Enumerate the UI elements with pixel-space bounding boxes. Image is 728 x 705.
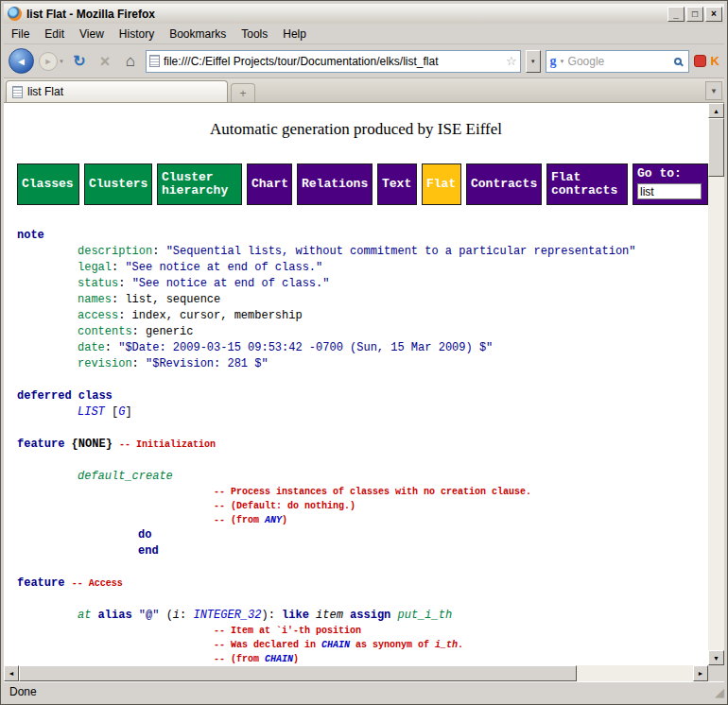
code-line: feature {NONE} -- Initialization	[17, 437, 708, 453]
horizontal-scrollbar-track[interactable]	[19, 665, 693, 681]
code-line: feature -- Access	[17, 576, 708, 592]
firefox-window: list Flat - Mozilla Firefox _ □ × FileEd…	[0, 0, 728, 705]
vertical-scrollbar-track[interactable]	[708, 118, 724, 650]
goto-input[interactable]	[637, 183, 702, 199]
tab-favicon	[12, 86, 23, 98]
search-engine-dropdown-icon[interactable]: ▼	[560, 59, 565, 64]
code-line: legal: "See notice at end of class."	[17, 260, 708, 276]
goto-label: Go to:	[637, 166, 703, 181]
addon-icon-red[interactable]	[694, 55, 706, 67]
vertical-scrollbar-thumb[interactable]	[708, 118, 724, 177]
doc-button-cluster-hierarchy[interactable]: Cluster hierarchy	[157, 163, 242, 205]
home-button[interactable]: ⌂	[120, 51, 141, 72]
code-line: deferred class	[17, 388, 708, 404]
code-line: -- (from CHAIN)	[17, 652, 708, 665]
history-dropdown-icon[interactable]: ▼	[58, 59, 64, 64]
doc-nav-buttons: ClassesClustersCluster hierarchyChartRel…	[17, 163, 708, 205]
tab-bar: list Flat + ▼	[4, 78, 724, 103]
close-button[interactable]: ×	[705, 7, 722, 22]
code-line: LIST [G]	[17, 404, 708, 421]
forward-button[interactable]: ►	[39, 52, 58, 71]
back-button[interactable]: ◄	[9, 48, 34, 74]
scroll-up-button[interactable]: ▲	[708, 103, 724, 118]
doc-button-flat-contracts[interactable]: Flat contracts	[546, 163, 628, 205]
menubar: FileEditViewHistoryBookmarksToolsHelp	[4, 24, 724, 44]
status-text: Done	[9, 685, 37, 698]
doc-button-chart[interactable]: Chart	[247, 163, 292, 205]
code-line: date: "$Date: 2009-03-15 09:53:42 -0700 …	[17, 340, 708, 356]
page-content: Automatic generation produced by ISE Eif…	[4, 103, 708, 665]
search-box[interactable]: g ▼ Google	[546, 50, 689, 73]
firefox-logo-icon	[8, 7, 22, 21]
bookmark-star-icon[interactable]: ☆	[506, 54, 517, 68]
menu-tools[interactable]: Tools	[234, 24, 275, 44]
code-line: access: index, cursor, membership	[17, 308, 708, 324]
page-heading: Automatic generation produced by ISE Eif…	[17, 120, 695, 139]
eiffel-source: notedescription: "Sequential lists, with…	[17, 228, 708, 665]
code-line	[17, 559, 708, 576]
menu-help[interactable]: Help	[275, 24, 314, 44]
menu-bookmarks[interactable]: Bookmarks	[162, 24, 234, 44]
doc-button-flat[interactable]: Flat	[422, 163, 461, 205]
doc-button-contracts[interactable]: Contracts	[466, 163, 542, 205]
doc-button-text[interactable]: Text	[377, 163, 417, 205]
forward-group: ► ▼	[39, 52, 64, 71]
menu-file[interactable]: File	[4, 24, 37, 44]
addon-icon-k[interactable]: K	[711, 55, 719, 67]
code-line	[17, 453, 708, 469]
goto-cell: Go to:	[633, 163, 708, 205]
code-line: -- Item at `i'-th position	[17, 624, 708, 638]
code-line: status: "See notice at end of class."	[17, 276, 708, 292]
list-all-tabs-button[interactable]: ▼	[705, 81, 722, 100]
window-title: list Flat - Mozilla Firefox	[26, 8, 663, 21]
code-line: note	[17, 228, 708, 244]
window-controls: _ □ ×	[667, 7, 722, 22]
search-input[interactable]: Google	[568, 55, 671, 68]
url-dropdown-button[interactable]: ▼	[526, 50, 541, 73]
navigation-toolbar: ◄ ► ▼ ↻ × ⌂ file:///C:/Eiffel Projects/t…	[4, 44, 724, 78]
minimize-button[interactable]: _	[667, 7, 685, 22]
code-line	[17, 372, 708, 388]
code-line: -- Was declared in CHAIN as synonym of i…	[17, 638, 708, 652]
content-area: Automatic generation produced by ISE Eif…	[4, 103, 724, 665]
menu-view[interactable]: View	[72, 24, 112, 44]
new-tab-button[interactable]: +	[231, 83, 255, 102]
status-bar: Done ◢	[4, 681, 724, 701]
titlebar: list Flat - Mozilla Firefox _ □ ×	[4, 4, 724, 24]
doc-button-clusters[interactable]: Clusters	[84, 163, 152, 205]
back-icon: ◄	[16, 56, 26, 67]
tab-label: list Flat	[27, 85, 63, 98]
search-icon[interactable]	[674, 58, 682, 65]
maximize-button[interactable]: □	[686, 7, 703, 22]
code-line: do	[17, 527, 708, 543]
resize-grip[interactable]: ◢	[715, 686, 724, 698]
doc-button-relations[interactable]: Relations	[297, 163, 373, 205]
scroll-left-button[interactable]: ◄	[4, 665, 19, 681]
page-icon	[149, 55, 160, 67]
code-line: -- (Default: do nothing.)	[17, 499, 708, 513]
doc-button-classes[interactable]: Classes	[17, 163, 79, 205]
vertical-scrollbar[interactable]: ▲ ▼	[708, 103, 724, 665]
code-line: -- Process instances of classes with no …	[17, 485, 708, 499]
code-line: default_create	[17, 469, 708, 485]
horizontal-scrollbar-thumb[interactable]	[19, 665, 577, 681]
code-line: at alias "@" (i: INTEGER_32): like item …	[17, 608, 708, 624]
code-line: names: list, sequence	[17, 292, 708, 308]
tab-list-flat[interactable]: list Flat	[6, 80, 228, 102]
scrollbar-corner	[708, 665, 724, 681]
url-text[interactable]: file:///C:/Eiffel Projects/tour/Document…	[164, 55, 502, 68]
code-line: -- (from ANY)	[17, 513, 708, 527]
url-bar[interactable]: file:///C:/Eiffel Projects/tour/Document…	[146, 50, 521, 73]
horizontal-scrollbar-row: ◄ ►	[4, 665, 724, 681]
refresh-button[interactable]: ↻	[69, 51, 90, 72]
horizontal-scrollbar[interactable]: ◄ ►	[4, 665, 708, 681]
code-line: contents: generic	[17, 324, 708, 340]
menu-history[interactable]: History	[112, 24, 162, 44]
scroll-down-button[interactable]: ▼	[708, 650, 724, 665]
scroll-right-button[interactable]: ►	[693, 665, 708, 681]
code-line	[17, 421, 708, 437]
google-logo-icon: g	[550, 55, 557, 68]
menu-edit[interactable]: Edit	[37, 24, 72, 44]
code-line	[17, 592, 708, 608]
stop-button[interactable]: ×	[95, 51, 115, 72]
